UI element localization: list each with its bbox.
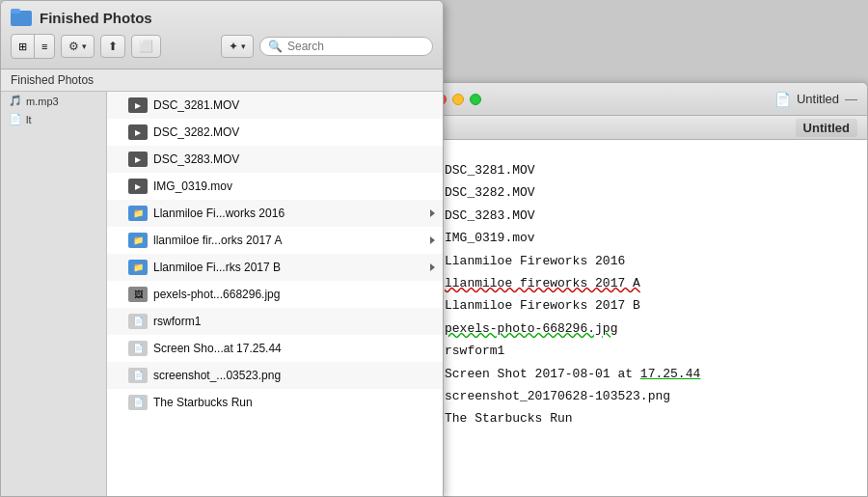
expand-arrow-icon (430, 261, 435, 274)
dropbox-arrow: ▾ (241, 41, 246, 51)
finder-titlebar: Finished Photos ⊞ ≡ ⚙ ▾ ⬆ ⬜ ✦ ▾ 🔍 (1, 1, 443, 69)
file-item[interactable]: ▶DSC_3282.MOV (107, 119, 443, 146)
file-type-icon: 📄 (128, 395, 148, 410)
filename-line: DSC_3281.MOV (445, 159, 848, 181)
filename-line: IMG_0319.mov (445, 227, 848, 249)
file-type-icon: ▶ (128, 97, 148, 113)
textedit-title: Untitled (797, 92, 839, 106)
share-icon: ⬆ (108, 40, 118, 53)
file-type-icon: 🖼 (128, 287, 148, 302)
filename-line: llanmiloe fireworks 2017 A (445, 272, 848, 294)
file-item-name: The Starbucks Run (153, 396, 435, 409)
filename-line: Screen Shot 2017-08-01 at 17.25.44 (445, 363, 848, 385)
finder-file-list: ▶DSC_3281.MOV▶DSC_3282.MOV▶DSC_3283.MOV▶… (107, 92, 443, 496)
maximize-button[interactable] (470, 94, 481, 105)
file-type-icon: ▶ (128, 179, 148, 194)
finder-sidebar: 🎵 m.mp3 📄 lt (1, 92, 107, 496)
filename-line: rswform1 (445, 340, 848, 362)
file-type-icon: ▶ (128, 124, 148, 140)
file-item-name: DSC_3283.MOV (153, 152, 435, 166)
finder-content: 🎵 m.mp3 📄 lt ▶DSC_3281.MOV▶DSC_3282.MOV▶… (1, 92, 443, 496)
expand-arrow-icon (430, 234, 435, 247)
textedit-subtitle: Untitled (796, 119, 857, 137)
minimize-button[interactable] (452, 94, 464, 105)
file-type-icon: 📁 (128, 233, 148, 248)
tag-icon: ⬜ (139, 40, 153, 53)
filename-line: DSC_3282.MOV (445, 181, 848, 204)
file-item[interactable]: 📁llanmiloe fir...orks 2017 A (107, 227, 443, 254)
filename-line: DSC_3283.MOV (445, 205, 848, 227)
textedit-title-area: 📄 Untitled — (489, 92, 857, 107)
dropbox-icon: ✦ (229, 40, 238, 53)
list-view-btn[interactable]: ≡ (35, 35, 54, 58)
finder-breadcrumb: Finished Photos (1, 69, 443, 92)
expand-arrow-icon (430, 207, 435, 220)
file-item[interactable]: 📄The Starbucks Run (107, 389, 443, 416)
finder-window-title: Finished Photos (40, 10, 152, 26)
file-item-name: Screen Sho...at 17.25.44 (153, 342, 435, 355)
search-input[interactable] (287, 40, 403, 53)
filename-line: Llanmiloe Fireworks 2017 B (445, 294, 848, 317)
search-icon: 🔍 (268, 40, 283, 53)
file-item-name: DSC_3281.MOV (153, 98, 435, 112)
file-item-name: screenshot_...03523.png (153, 369, 435, 382)
filename-line: pexels-photo-668296.jpg (445, 318, 848, 340)
file-item-name: llanmiloe fir...orks 2017 A (153, 234, 424, 247)
file-item-name: pexels-phot...668296.jpg (153, 288, 435, 301)
textedit-window: 📄 Untitled — Untitled DSC_3281.MOVDSC_32… (424, 82, 868, 497)
file-item-name: DSC_3282.MOV (153, 125, 435, 139)
file-item[interactable]: ▶DSC_3281.MOV (107, 92, 443, 119)
textedit-doc-area[interactable]: DSC_3281.MOVDSC_3282.MOVDSC_3283.MOVIMG_… (425, 140, 867, 496)
share-btn[interactable]: ⬆ (100, 35, 125, 58)
view-toggle-btn[interactable]: ⊞ ≡ (11, 34, 55, 59)
file-item-name: Llanmiloe Fi...rks 2017 B (153, 261, 424, 274)
sidebar-item-t[interactable]: 📄 lt (1, 110, 106, 128)
finder-toolbar: ⊞ ≡ ⚙ ▾ ⬆ ⬜ ✦ ▾ 🔍 (11, 32, 433, 61)
sidebar-item-label-2: lt (26, 114, 32, 125)
action-btn[interactable]: ⚙ ▾ (61, 35, 95, 58)
file-item[interactable]: 📄Screen Sho...at 17.25.44 (107, 335, 443, 362)
document-icon: 📄 (774, 92, 791, 107)
search-bar[interactable]: 🔍 (259, 37, 433, 56)
file-type-icon: 📁 (128, 260, 148, 275)
file-item[interactable]: 🖼pexels-phot...668296.jpg (107, 281, 443, 308)
file-item[interactable]: 📄screenshot_...03523.png (107, 362, 443, 389)
dropbox-btn[interactable]: ✦ ▾ (221, 35, 254, 58)
sidebar-file-icon-2: 📄 (9, 113, 22, 125)
filename-line: Llanmiloe Fireworks 2016 (445, 250, 848, 272)
sidebar-file-icon: 🎵 (9, 95, 22, 107)
sidebar-item-label: m.mp3 (26, 96, 59, 107)
file-item[interactable]: ▶DSC_3283.MOV (107, 146, 443, 173)
gear-icon: ⚙ (68, 40, 79, 53)
file-item[interactable]: 📄rswform1 (107, 308, 443, 335)
file-type-icon: 📁 (128, 206, 148, 221)
file-item[interactable]: 📁Llanmiloe Fi...works 2016 (107, 200, 443, 227)
sidebar-item-mp3[interactable]: 🎵 m.mp3 (1, 92, 106, 110)
file-type-icon: 📄 (128, 341, 148, 356)
file-item-name: rswform1 (153, 315, 435, 328)
file-item[interactable]: ▶IMG_0319.mov (107, 173, 443, 200)
filename-line: screenshot_20170628-103523.png (445, 385, 848, 407)
tag-btn[interactable]: ⬜ (131, 35, 161, 58)
file-item-name: IMG_0319.mov (153, 179, 435, 193)
folder-icon (11, 9, 32, 26)
finder-window: Finished Photos ⊞ ≡ ⚙ ▾ ⬆ ⬜ ✦ ▾ 🔍 (0, 0, 444, 497)
file-type-icon: 📄 (128, 314, 148, 329)
file-item-name: Llanmiloe Fi...works 2016 (153, 207, 424, 220)
file-item[interactable]: 📁Llanmiloe Fi...rks 2017 B (107, 254, 443, 281)
grid-view-btn[interactable]: ⊞ (12, 35, 35, 58)
file-type-icon: ▶ (128, 152, 148, 167)
textedit-dash: — (845, 92, 857, 106)
file-type-icon: 📄 (128, 368, 148, 383)
filename-line: The Starbucks Run (445, 407, 848, 429)
textedit-titlebar: 📄 Untitled — (425, 83, 867, 116)
action-dropdown-arrow: ▾ (82, 41, 87, 51)
